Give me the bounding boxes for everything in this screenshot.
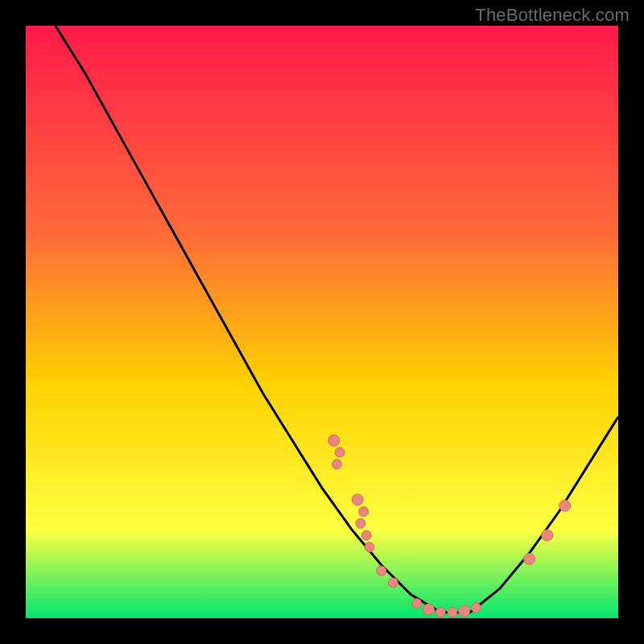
data-marker: [328, 435, 340, 446]
data-marker: [423, 604, 434, 615]
outer-frame-bottom: [0, 618, 644, 644]
data-marker: [471, 603, 481, 613]
data-marker: [335, 448, 345, 457]
plot-background: [26, 26, 618, 618]
data-marker: [332, 460, 341, 469]
bottleneck-curve-chart: [0, 0, 644, 644]
data-marker: [377, 566, 386, 576]
data-marker: [542, 530, 553, 541]
watermark-label: TheBottleneck.com: [475, 5, 630, 26]
outer-frame-left: [0, 0, 26, 644]
data-marker: [356, 518, 365, 528]
data-marker: [459, 605, 470, 617]
data-marker: [559, 500, 571, 511]
outer-frame-right: [618, 0, 644, 644]
data-marker: [436, 608, 445, 617]
data-marker: [361, 530, 371, 540]
data-marker: [524, 553, 535, 564]
chart-container: TheBottleneck.com: [0, 0, 644, 644]
data-marker: [412, 599, 422, 609]
data-marker: [359, 507, 369, 517]
data-marker: [448, 608, 457, 617]
data-marker: [388, 578, 398, 588]
data-marker: [365, 543, 374, 552]
data-marker: [352, 494, 363, 506]
